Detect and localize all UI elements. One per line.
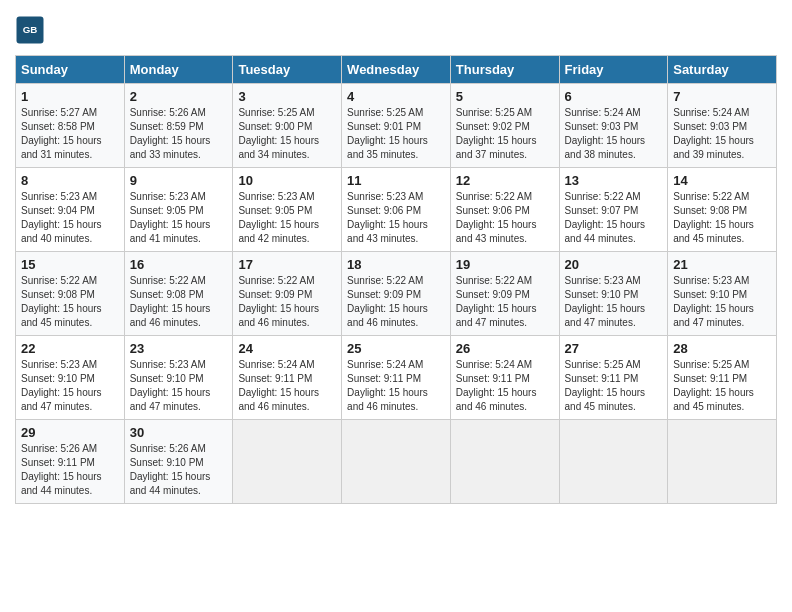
day-info: Sunrise: 5:22 AMSunset: 9:08 PMDaylight:… (673, 190, 771, 246)
day-number: 21 (673, 257, 771, 272)
calendar-week-3: 15Sunrise: 5:22 AMSunset: 9:08 PMDayligh… (16, 252, 777, 336)
calendar-cell: 11Sunrise: 5:23 AMSunset: 9:06 PMDayligh… (342, 168, 451, 252)
day-number: 26 (456, 341, 554, 356)
day-info: Sunrise: 5:22 AMSunset: 9:08 PMDaylight:… (130, 274, 228, 330)
calendar-cell: 17Sunrise: 5:22 AMSunset: 9:09 PMDayligh… (233, 252, 342, 336)
calendar-week-1: 1Sunrise: 5:27 AMSunset: 8:58 PMDaylight… (16, 84, 777, 168)
calendar-cell (342, 420, 451, 504)
weekday-header-monday: Monday (124, 56, 233, 84)
day-info: Sunrise: 5:22 AMSunset: 9:06 PMDaylight:… (456, 190, 554, 246)
day-number: 6 (565, 89, 663, 104)
calendar-cell (559, 420, 668, 504)
day-info: Sunrise: 5:23 AMSunset: 9:05 PMDaylight:… (238, 190, 336, 246)
day-info: Sunrise: 5:26 AMSunset: 9:10 PMDaylight:… (130, 442, 228, 498)
calendar-cell: 30Sunrise: 5:26 AMSunset: 9:10 PMDayligh… (124, 420, 233, 504)
calendar-cell: 16Sunrise: 5:22 AMSunset: 9:08 PMDayligh… (124, 252, 233, 336)
day-number: 8 (21, 173, 119, 188)
day-info: Sunrise: 5:22 AMSunset: 9:08 PMDaylight:… (21, 274, 119, 330)
day-info: Sunrise: 5:24 AMSunset: 9:11 PMDaylight:… (238, 358, 336, 414)
day-info: Sunrise: 5:25 AMSunset: 9:11 PMDaylight:… (565, 358, 663, 414)
day-info: Sunrise: 5:24 AMSunset: 9:03 PMDaylight:… (565, 106, 663, 162)
day-number: 29 (21, 425, 119, 440)
day-number: 22 (21, 341, 119, 356)
calendar-cell (668, 420, 777, 504)
calendar-cell: 7Sunrise: 5:24 AMSunset: 9:03 PMDaylight… (668, 84, 777, 168)
day-number: 11 (347, 173, 445, 188)
calendar-cell: 13Sunrise: 5:22 AMSunset: 9:07 PMDayligh… (559, 168, 668, 252)
day-info: Sunrise: 5:25 AMSunset: 9:11 PMDaylight:… (673, 358, 771, 414)
logo-icon: GB (15, 15, 45, 45)
day-number: 5 (456, 89, 554, 104)
calendar-cell: 14Sunrise: 5:22 AMSunset: 9:08 PMDayligh… (668, 168, 777, 252)
calendar-cell: 18Sunrise: 5:22 AMSunset: 9:09 PMDayligh… (342, 252, 451, 336)
calendar-cell: 9Sunrise: 5:23 AMSunset: 9:05 PMDaylight… (124, 168, 233, 252)
day-number: 23 (130, 341, 228, 356)
calendar-cell: 3Sunrise: 5:25 AMSunset: 9:00 PMDaylight… (233, 84, 342, 168)
calendar-cell: 8Sunrise: 5:23 AMSunset: 9:04 PMDaylight… (16, 168, 125, 252)
weekday-header-saturday: Saturday (668, 56, 777, 84)
day-number: 24 (238, 341, 336, 356)
calendar-cell: 28Sunrise: 5:25 AMSunset: 9:11 PMDayligh… (668, 336, 777, 420)
day-number: 14 (673, 173, 771, 188)
day-info: Sunrise: 5:23 AMSunset: 9:10 PMDaylight:… (21, 358, 119, 414)
calendar-cell: 19Sunrise: 5:22 AMSunset: 9:09 PMDayligh… (450, 252, 559, 336)
weekday-header-wednesday: Wednesday (342, 56, 451, 84)
day-number: 19 (456, 257, 554, 272)
calendar-week-4: 22Sunrise: 5:23 AMSunset: 9:10 PMDayligh… (16, 336, 777, 420)
calendar-cell (450, 420, 559, 504)
svg-text:GB: GB (23, 24, 38, 35)
calendar-week-2: 8Sunrise: 5:23 AMSunset: 9:04 PMDaylight… (16, 168, 777, 252)
day-number: 10 (238, 173, 336, 188)
day-info: Sunrise: 5:25 AMSunset: 9:01 PMDaylight:… (347, 106, 445, 162)
day-info: Sunrise: 5:27 AMSunset: 8:58 PMDaylight:… (21, 106, 119, 162)
day-info: Sunrise: 5:23 AMSunset: 9:10 PMDaylight:… (130, 358, 228, 414)
calendar-cell: 24Sunrise: 5:24 AMSunset: 9:11 PMDayligh… (233, 336, 342, 420)
day-info: Sunrise: 5:24 AMSunset: 9:11 PMDaylight:… (347, 358, 445, 414)
day-info: Sunrise: 5:23 AMSunset: 9:04 PMDaylight:… (21, 190, 119, 246)
day-info: Sunrise: 5:25 AMSunset: 9:02 PMDaylight:… (456, 106, 554, 162)
day-number: 4 (347, 89, 445, 104)
day-number: 12 (456, 173, 554, 188)
calendar-cell: 25Sunrise: 5:24 AMSunset: 9:11 PMDayligh… (342, 336, 451, 420)
day-number: 1 (21, 89, 119, 104)
day-number: 27 (565, 341, 663, 356)
day-number: 28 (673, 341, 771, 356)
day-info: Sunrise: 5:23 AMSunset: 9:10 PMDaylight:… (565, 274, 663, 330)
day-number: 30 (130, 425, 228, 440)
day-number: 13 (565, 173, 663, 188)
day-info: Sunrise: 5:22 AMSunset: 9:09 PMDaylight:… (347, 274, 445, 330)
day-number: 20 (565, 257, 663, 272)
day-number: 17 (238, 257, 336, 272)
day-number: 25 (347, 341, 445, 356)
calendar-week-5: 29Sunrise: 5:26 AMSunset: 9:11 PMDayligh… (16, 420, 777, 504)
page-header: GB (15, 15, 777, 45)
day-number: 9 (130, 173, 228, 188)
day-info: Sunrise: 5:22 AMSunset: 9:09 PMDaylight:… (456, 274, 554, 330)
weekday-header-friday: Friday (559, 56, 668, 84)
calendar-cell: 4Sunrise: 5:25 AMSunset: 9:01 PMDaylight… (342, 84, 451, 168)
calendar-cell: 5Sunrise: 5:25 AMSunset: 9:02 PMDaylight… (450, 84, 559, 168)
day-number: 3 (238, 89, 336, 104)
calendar-table: SundayMondayTuesdayWednesdayThursdayFrid… (15, 55, 777, 504)
day-info: Sunrise: 5:25 AMSunset: 9:00 PMDaylight:… (238, 106, 336, 162)
calendar-cell: 1Sunrise: 5:27 AMSunset: 8:58 PMDaylight… (16, 84, 125, 168)
day-info: Sunrise: 5:24 AMSunset: 9:11 PMDaylight:… (456, 358, 554, 414)
calendar-cell: 21Sunrise: 5:23 AMSunset: 9:10 PMDayligh… (668, 252, 777, 336)
day-number: 7 (673, 89, 771, 104)
day-number: 15 (21, 257, 119, 272)
calendar-cell: 2Sunrise: 5:26 AMSunset: 8:59 PMDaylight… (124, 84, 233, 168)
weekday-header-thursday: Thursday (450, 56, 559, 84)
calendar-cell: 15Sunrise: 5:22 AMSunset: 9:08 PMDayligh… (16, 252, 125, 336)
weekday-header-row: SundayMondayTuesdayWednesdayThursdayFrid… (16, 56, 777, 84)
day-info: Sunrise: 5:23 AMSunset: 9:06 PMDaylight:… (347, 190, 445, 246)
logo: GB (15, 15, 48, 45)
day-info: Sunrise: 5:22 AMSunset: 9:07 PMDaylight:… (565, 190, 663, 246)
day-info: Sunrise: 5:22 AMSunset: 9:09 PMDaylight:… (238, 274, 336, 330)
calendar-cell: 10Sunrise: 5:23 AMSunset: 9:05 PMDayligh… (233, 168, 342, 252)
day-info: Sunrise: 5:24 AMSunset: 9:03 PMDaylight:… (673, 106, 771, 162)
calendar-cell: 27Sunrise: 5:25 AMSunset: 9:11 PMDayligh… (559, 336, 668, 420)
weekday-header-sunday: Sunday (16, 56, 125, 84)
calendar-cell: 20Sunrise: 5:23 AMSunset: 9:10 PMDayligh… (559, 252, 668, 336)
calendar-cell: 29Sunrise: 5:26 AMSunset: 9:11 PMDayligh… (16, 420, 125, 504)
day-info: Sunrise: 5:23 AMSunset: 9:05 PMDaylight:… (130, 190, 228, 246)
